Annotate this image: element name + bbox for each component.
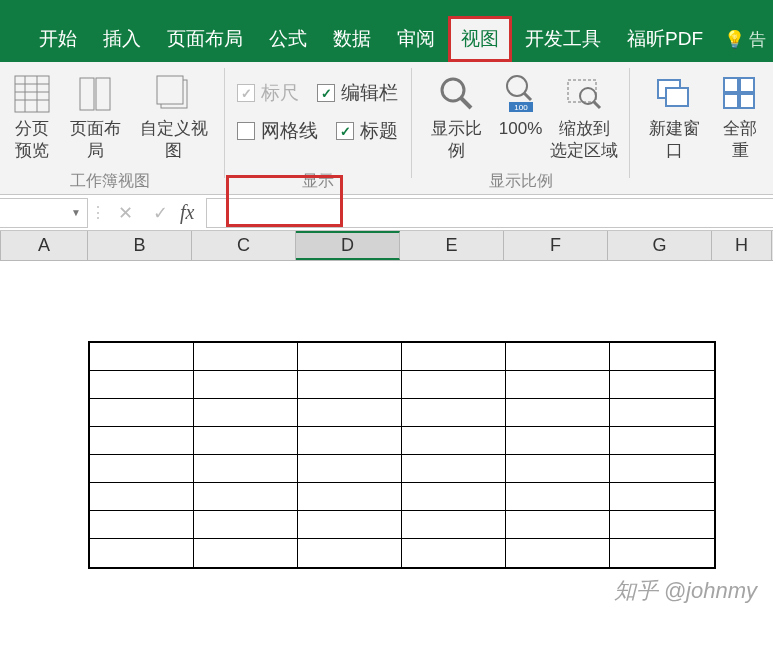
table-cell[interactable]: [506, 455, 610, 483]
tab-formulas[interactable]: 公式: [256, 16, 320, 62]
svg-text:100: 100: [514, 103, 528, 112]
table-cell[interactable]: [506, 427, 610, 455]
formula-bar-checkbox[interactable]: 编辑栏: [317, 80, 398, 106]
col-G[interactable]: G: [608, 231, 712, 260]
ribbon-separator: [224, 68, 225, 178]
table-cell[interactable]: [90, 455, 194, 483]
tab-foxit-pdf[interactable]: 福昕PDF: [614, 16, 716, 62]
col-B[interactable]: B: [88, 231, 192, 260]
table-cell[interactable]: [402, 371, 506, 399]
table-cell[interactable]: [194, 483, 298, 511]
table-cell[interactable]: [402, 343, 506, 371]
table-cell[interactable]: [402, 483, 506, 511]
table-cell[interactable]: [90, 343, 194, 371]
arrange-all-button[interactable]: 全部重: [711, 68, 769, 164]
table-cell[interactable]: [506, 511, 610, 539]
table-cell[interactable]: [194, 427, 298, 455]
page-layout-view-button[interactable]: 页面布局: [60, 68, 131, 164]
table-cell[interactable]: [610, 539, 714, 567]
table-cell[interactable]: [506, 539, 610, 567]
col-D[interactable]: D: [296, 231, 400, 260]
table-cell[interactable]: [610, 343, 714, 371]
worksheet-area[interactable]: 知乎 @johnmy: [0, 261, 773, 626]
table-cell[interactable]: [298, 511, 402, 539]
table-cell[interactable]: [90, 539, 194, 567]
zoom-button[interactable]: 显示比例: [419, 68, 495, 164]
custom-views-button[interactable]: 自定义视图: [131, 68, 217, 164]
page-break-preview-button[interactable]: 分页 预览: [4, 68, 60, 164]
qat-save-icon[interactable]: [38, 3, 60, 13]
qat-preview-icon[interactable]: [266, 3, 288, 13]
col-A[interactable]: A: [0, 231, 88, 260]
table-cell[interactable]: [402, 399, 506, 427]
arrange-all-label: 全部重: [715, 118, 765, 162]
zoom-to-selection-button[interactable]: 缩放到 选定区域: [546, 68, 622, 164]
table-cell[interactable]: [194, 511, 298, 539]
col-E[interactable]: E: [400, 231, 504, 260]
fx-icon[interactable]: fx: [168, 201, 206, 224]
table-cell[interactable]: [610, 455, 714, 483]
table-cell[interactable]: [298, 371, 402, 399]
new-window-icon: [654, 70, 694, 118]
qat-undo-icon[interactable]: [323, 3, 345, 13]
table-cell[interactable]: [90, 427, 194, 455]
table-cell[interactable]: [506, 371, 610, 399]
table-cell[interactable]: [90, 371, 194, 399]
qat-redo-icon[interactable]: [380, 3, 402, 13]
col-C[interactable]: C: [192, 231, 296, 260]
tab-review[interactable]: 审阅: [384, 16, 448, 62]
tell-me-search[interactable]: 💡 告: [716, 16, 766, 62]
table-cell[interactable]: [298, 483, 402, 511]
table-cell[interactable]: [90, 399, 194, 427]
table-cell[interactable]: [194, 539, 298, 567]
table-cell[interactable]: [506, 483, 610, 511]
tab-data[interactable]: 数据: [320, 16, 384, 62]
new-window-button[interactable]: 新建窗口: [637, 68, 711, 164]
zoom-100-button[interactable]: 100 100%: [495, 68, 546, 164]
table-cell[interactable]: [298, 399, 402, 427]
table-cell[interactable]: [194, 399, 298, 427]
tab-page-layout[interactable]: 页面布局: [154, 16, 256, 62]
table-cell[interactable]: [402, 511, 506, 539]
tab-view[interactable]: 视图: [448, 16, 512, 62]
table-cell[interactable]: [506, 399, 610, 427]
table-cell[interactable]: [610, 511, 714, 539]
column-headers: A B C D E F G H: [0, 231, 773, 261]
col-F[interactable]: F: [504, 231, 608, 260]
table-cell[interactable]: [610, 427, 714, 455]
tab-home[interactable]: 开始: [26, 16, 90, 62]
table-cell[interactable]: [298, 343, 402, 371]
qat-check-icon[interactable]: [209, 3, 231, 13]
table-cell[interactable]: [506, 343, 610, 371]
tab-developer[interactable]: 开发工具: [512, 16, 614, 62]
formula-input[interactable]: [206, 198, 773, 228]
qat-new-icon[interactable]: [95, 3, 117, 13]
table-row: [90, 483, 714, 511]
table-row: [90, 371, 714, 399]
headings-checkbox[interactable]: 标题: [336, 118, 398, 144]
table-cell[interactable]: [194, 371, 298, 399]
table-cell[interactable]: [298, 539, 402, 567]
table-cell[interactable]: [298, 427, 402, 455]
table-cell[interactable]: [610, 371, 714, 399]
name-box[interactable]: ▼: [0, 198, 88, 228]
table-cell[interactable]: [402, 539, 506, 567]
svg-rect-9: [157, 76, 183, 104]
table-cell[interactable]: [610, 483, 714, 511]
table-cell[interactable]: [90, 511, 194, 539]
table-cell[interactable]: [402, 427, 506, 455]
table-cell[interactable]: [298, 455, 402, 483]
svg-line-13: [524, 93, 531, 100]
table-cell[interactable]: [194, 343, 298, 371]
gridlines-checkbox[interactable]: 网格线: [237, 118, 318, 144]
table-cell[interactable]: [194, 455, 298, 483]
table-cell[interactable]: [610, 399, 714, 427]
svg-point-10: [442, 79, 464, 101]
table-cell[interactable]: [90, 483, 194, 511]
tab-insert[interactable]: 插入: [90, 16, 154, 62]
table-cell[interactable]: [402, 455, 506, 483]
zoom-label: 显示比例: [423, 118, 491, 162]
col-H[interactable]: H: [712, 231, 772, 260]
group-workbook-views-label: 工作簿视图: [0, 171, 221, 192]
qat-touch-icon[interactable]: [152, 3, 174, 13]
